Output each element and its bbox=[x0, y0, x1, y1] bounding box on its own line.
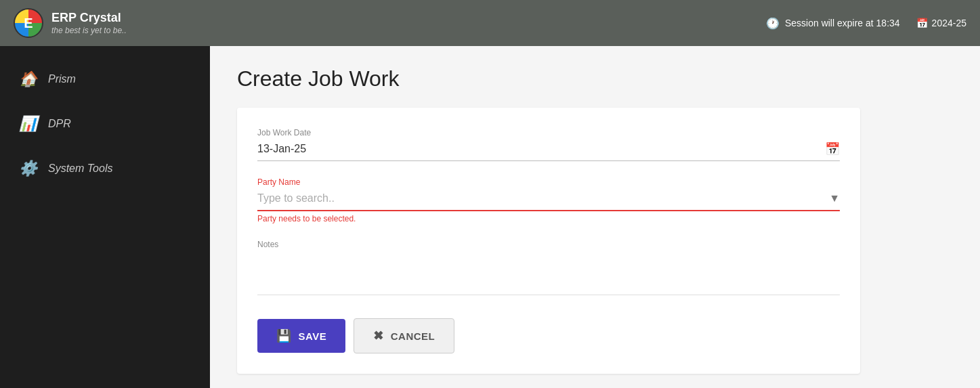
gear-icon: ⚙️ bbox=[19, 160, 37, 177]
home-icon: 🏠 bbox=[19, 70, 37, 88]
sidebar-item-dpr[interactable]: 📊 DPR bbox=[0, 104, 210, 144]
form-card: Job Work Date 📅 Party Name ▼ Party needs… bbox=[237, 108, 860, 374]
notes-label: Notes bbox=[257, 240, 840, 249]
year-info: 📅 2024-25 bbox=[916, 18, 966, 28]
calendar-picker-icon[interactable]: 📅 bbox=[825, 142, 840, 156]
body-layout: 🏠 Prism 📊 DPR ⚙️ System Tools Create Job… bbox=[0, 46, 980, 388]
save-button-label: SAVE bbox=[299, 330, 327, 342]
logo-text: ERP Crystal the best is yet to be.. bbox=[51, 11, 127, 35]
page-title: Create Job Work bbox=[237, 66, 953, 91]
party-name-input[interactable] bbox=[257, 190, 829, 207]
sidebar-item-prism[interactable]: 🏠 Prism bbox=[0, 60, 210, 99]
sidebar-item-label-prism: Prism bbox=[48, 73, 76, 85]
save-button[interactable]: 💾 SAVE bbox=[257, 319, 345, 353]
job-work-date-input[interactable] bbox=[257, 140, 825, 158]
notes-input[interactable] bbox=[257, 255, 840, 295]
app-header: E ERP Crystal the best is yet to be.. 🕐 … bbox=[0, 0, 980, 46]
save-icon: 💾 bbox=[276, 328, 292, 343]
cancel-button[interactable]: ✖ CANCEL bbox=[354, 318, 454, 353]
header-right: 🕐 Session will expire at 18:34 📅 2024-25 bbox=[766, 17, 966, 30]
button-row: 💾 SAVE ✖ CANCEL bbox=[257, 318, 840, 353]
party-name-group: Party Name ▼ Party needs to be selected. bbox=[257, 177, 840, 223]
session-info: 🕐 Session will expire at 18:34 bbox=[766, 17, 900, 30]
sidebar-item-label-dpr: DPR bbox=[48, 118, 71, 130]
main-content: Create Job Work Job Work Date 📅 Party Na… bbox=[210, 46, 980, 388]
cancel-button-label: CANCEL bbox=[391, 330, 435, 342]
cancel-icon: ✖ bbox=[373, 328, 384, 343]
sidebar-item-label-system-tools: System Tools bbox=[48, 163, 112, 175]
job-work-date-group: Job Work Date 📅 bbox=[257, 128, 840, 161]
clock-icon: 🕐 bbox=[766, 17, 780, 30]
notes-group: Notes bbox=[257, 240, 840, 298]
sidebar: 🏠 Prism 📊 DPR ⚙️ System Tools bbox=[0, 46, 210, 388]
logo-icon: E bbox=[14, 8, 43, 38]
year-label: 2024-25 bbox=[932, 18, 966, 28]
job-work-date-label: Job Work Date bbox=[257, 128, 840, 137]
party-name-wrapper: ▼ bbox=[257, 190, 840, 211]
app-name: ERP Crystal bbox=[51, 11, 127, 26]
logo-area: E ERP Crystal the best is yet to be.. bbox=[14, 8, 127, 38]
app-tagline: the best is yet to be.. bbox=[51, 26, 127, 35]
session-label: Session will expire at 18:34 bbox=[785, 18, 900, 28]
dropdown-arrow-icon[interactable]: ▼ bbox=[829, 192, 840, 204]
party-name-label: Party Name bbox=[257, 177, 840, 187]
party-error-message: Party needs to be selected. bbox=[257, 214, 840, 223]
calendar-icon: 📅 bbox=[916, 18, 928, 28]
sidebar-item-system-tools[interactable]: ⚙️ System Tools bbox=[0, 149, 210, 188]
job-work-date-wrapper: 📅 bbox=[257, 140, 840, 161]
chart-icon: 📊 bbox=[19, 115, 37, 133]
